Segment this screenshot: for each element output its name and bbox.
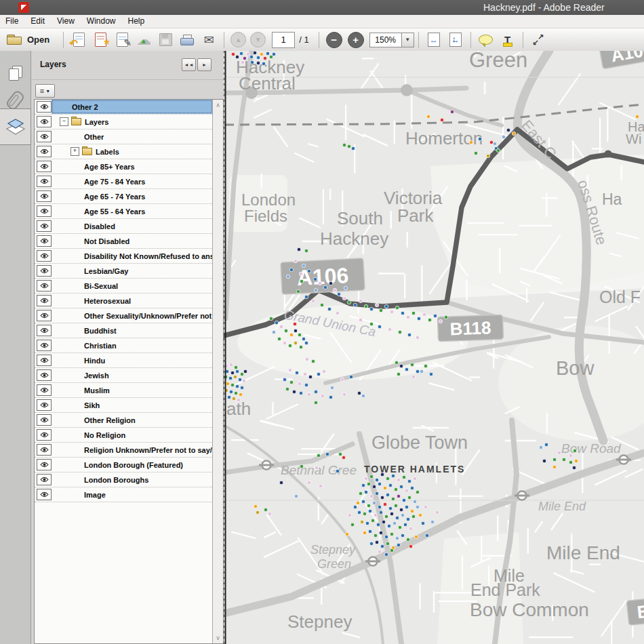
send-file-button[interactable]: ↶ — [68, 31, 89, 49]
visibility-toggle[interactable] — [37, 489, 52, 500]
menu-item-window[interactable]: Window — [81, 15, 122, 28]
layer-row-10[interactable]: Disability Not Known/Refused to answ — [35, 249, 223, 264]
scroll-down-icon[interactable]: ∨ — [213, 635, 223, 641]
layer-row-26[interactable]: Image — [35, 487, 223, 502]
open-button[interactable]: Open — [7, 35, 49, 45]
visibility-toggle[interactable] — [37, 190, 52, 202]
zoom-out-button[interactable]: − — [326, 32, 342, 48]
page-number-input[interactable] — [272, 32, 295, 48]
print-button[interactable] — [177, 31, 197, 49]
visibility-toggle[interactable] — [37, 280, 52, 291]
visibility-toggle[interactable] — [37, 235, 52, 247]
layer-row-7[interactable]: Age 55 - 64 Years — [35, 204, 223, 219]
layer-row-16[interactable]: Christian — [35, 338, 223, 353]
expand-panel-button[interactable]: ► — [197, 58, 212, 71]
layer-row-content[interactable]: Lesbian/Gay — [52, 264, 213, 278]
layer-row-14[interactable]: Other Sexuality/Unknown/Prefer not — [35, 308, 223, 323]
layer-row-5[interactable]: Age 75 - 84 Years — [35, 174, 223, 189]
layer-row-content[interactable]: Disabled — [52, 219, 213, 233]
visibility-toggle[interactable] — [37, 205, 52, 217]
layer-row-3[interactable]: +Labels — [35, 144, 223, 159]
layer-row-25[interactable]: London Boroughs — [35, 472, 223, 487]
previous-page-button[interactable]: ▲ — [230, 32, 246, 47]
layer-row-22[interactable]: No Religion — [35, 428, 223, 443]
layer-row-content[interactable]: Sikh — [52, 398, 213, 412]
layers-scrollbar[interactable]: ∧∨ — [212, 100, 223, 643]
layer-row-23[interactable]: Religion Unknown/Prefer not to say/N — [35, 443, 223, 458]
layer-row-content[interactable]: Bi-Sexual — [52, 279, 213, 293]
visibility-toggle[interactable] — [37, 146, 52, 157]
expander-icon[interactable]: − — [60, 117, 68, 126]
visibility-toggle[interactable] — [37, 325, 52, 336]
fit-width-button[interactable]: ↔ — [424, 31, 444, 49]
layer-row-content[interactable]: Religion Unknown/Prefer not to say/N — [52, 443, 213, 457]
layer-row-content[interactable]: Age 85+ Years — [52, 159, 213, 174]
scroll-up-icon[interactable]: ∧ — [213, 102, 223, 108]
layer-row-content[interactable]: +Labels — [52, 144, 213, 159]
layer-row-4[interactable]: Age 85+ Years — [35, 159, 223, 174]
layer-row-content[interactable]: Age 55 - 64 Years — [52, 204, 213, 218]
layer-row-0[interactable]: Other 2 — [35, 100, 223, 115]
visibility-toggle[interactable] — [37, 295, 52, 306]
fit-page-button[interactable]: ↔↔ — [445, 31, 466, 49]
visibility-toggle[interactable] — [37, 101, 52, 113]
zoom-in-button[interactable]: + — [348, 32, 364, 48]
layer-row-11[interactable]: Lesbian/Gay — [35, 264, 223, 279]
map-page[interactable]: A106B118A106BGreenHackneyCentralHomerton… — [224, 51, 644, 644]
layer-row-content[interactable]: Other Sexuality/Unknown/Prefer not — [52, 308, 213, 323]
create-pdf-button[interactable]: * — [90, 31, 110, 49]
visibility-toggle[interactable] — [37, 444, 52, 456]
layer-row-8[interactable]: Disabled — [35, 219, 223, 234]
layer-row-24[interactable]: London Borough (Featured) — [35, 458, 223, 472]
visibility-toggle[interactable] — [37, 384, 52, 396]
visibility-toggle[interactable] — [37, 250, 52, 262]
visibility-toggle[interactable] — [37, 459, 52, 470]
layer-row-2[interactable]: Other — [35, 129, 223, 144]
visibility-toggle[interactable] — [37, 116, 52, 127]
menu-item-edit[interactable]: Edit — [24, 15, 51, 28]
layer-row-20[interactable]: Sikh — [35, 398, 223, 413]
panel-options-button[interactable]: ≡▼ — [35, 84, 55, 98]
layer-row-content[interactable]: Christian — [52, 338, 213, 353]
layer-row-content[interactable]: Other 2 — [52, 100, 213, 114]
visibility-toggle[interactable] — [37, 369, 52, 381]
email-button[interactable]: ✉ — [199, 31, 219, 49]
layer-row-21[interactable]: Other Religion — [35, 413, 223, 428]
visibility-toggle[interactable] — [37, 131, 52, 142]
layer-row-19[interactable]: Muslim — [35, 383, 223, 398]
visibility-toggle[interactable] — [37, 474, 52, 485]
visibility-toggle[interactable] — [37, 310, 52, 321]
layer-row-content[interactable]: Jewish — [52, 368, 213, 382]
layer-row-17[interactable]: Hindu — [35, 353, 223, 368]
layer-row-content[interactable]: Age 65 - 74 Years — [52, 189, 213, 203]
visibility-toggle[interactable] — [37, 340, 52, 351]
layer-row-content[interactable]: Hindu — [52, 353, 213, 367]
sidebar-tab-layers[interactable] — [0, 108, 31, 145]
layer-row-1[interactable]: −Layers — [35, 115, 223, 129]
menu-item-help[interactable]: Help — [122, 15, 151, 28]
visibility-toggle[interactable] — [37, 414, 52, 426]
highlight-button[interactable]: T — [498, 31, 518, 49]
layer-row-18[interactable]: Jewish — [35, 368, 223, 383]
layer-row-content[interactable]: London Boroughs — [52, 472, 213, 487]
visibility-toggle[interactable] — [37, 355, 52, 366]
visibility-toggle[interactable] — [37, 265, 52, 277]
layer-row-content[interactable]: Muslim — [52, 383, 213, 397]
visibility-toggle[interactable] — [37, 429, 52, 441]
fullscreen-button[interactable]: ↗↙ — [528, 31, 548, 49]
zoom-dropdown-button[interactable]: ▼ — [401, 33, 414, 47]
layer-row-15[interactable]: Buddhist — [35, 323, 223, 338]
zoom-level-control[interactable]: 150% ▼ — [369, 33, 414, 47]
visibility-toggle[interactable] — [37, 161, 52, 172]
visibility-toggle[interactable] — [37, 176, 52, 187]
menu-item-view[interactable]: View — [51, 15, 81, 28]
menu-item-file[interactable]: File — [0, 15, 24, 28]
layer-row-content[interactable]: Not Disabled — [52, 234, 213, 248]
layer-row-content[interactable]: London Borough (Featured) — [52, 458, 213, 472]
layer-row-13[interactable]: Heterosexual — [35, 294, 223, 308]
collapse-panel-button[interactable]: ◄◄ — [182, 58, 196, 71]
layer-row-content[interactable]: Buddhist — [52, 323, 213, 338]
layer-row-content[interactable]: Heterosexual — [52, 294, 213, 308]
cloud-upload-button[interactable]: ☁ ▲ — [134, 31, 154, 49]
expander-icon[interactable]: + — [71, 147, 79, 156]
